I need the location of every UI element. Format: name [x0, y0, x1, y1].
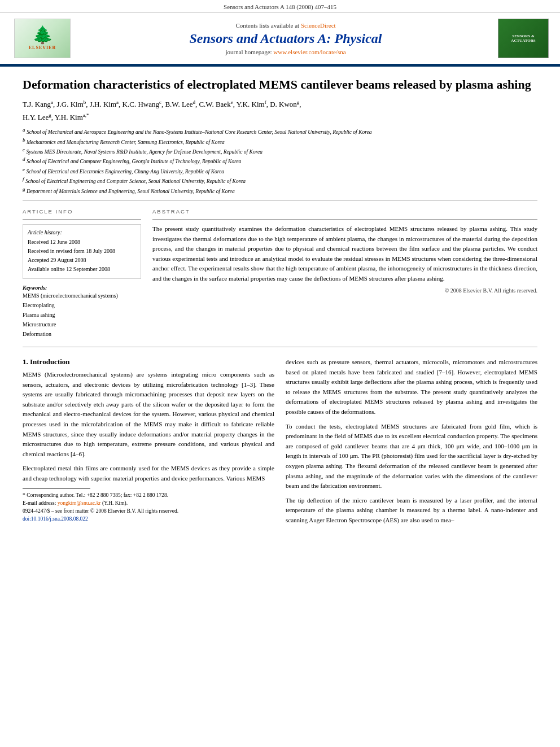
content-area: Deformation characteristics of electropl…: [0, 67, 560, 541]
affil-a: a School of Mechanical and Aerospace Eng…: [23, 126, 537, 136]
affil-f: f School of Electrical Engineering and C…: [23, 176, 537, 185]
abstract-divider: [152, 219, 537, 220]
footnote-issn: 0924-4247/$ – see front matter © 2008 El…: [23, 507, 274, 515]
copyright: © 2008 Elsevier B.V. All rights reserved…: [152, 287, 537, 294]
elsevier-label: ELSEVIER: [29, 45, 56, 50]
intro-text-left-2: Electroplated metal thin films are commo…: [23, 464, 274, 483]
article-info-divider: [23, 219, 141, 220]
info-abstract-cols: ARTICLE INFO Article history: Received 1…: [23, 208, 537, 339]
section-divider-top: [23, 200, 537, 200]
page: Sensors and Actuators A 148 (2008) 407–4…: [0, 0, 560, 747]
received-revised-date: Received in revised form 18 July 2008: [28, 247, 136, 256]
intro-text-right-2: To conduct the tests, electroplated MEMS…: [286, 422, 537, 491]
abstract-text: The present study quantitatively examine…: [152, 224, 537, 284]
keyword-5: Deformation: [23, 329, 141, 339]
keyword-2: Electroplating: [23, 300, 141, 310]
intro-text-right-3: The tip deflection of the micro cantilev…: [286, 496, 537, 526]
authors-line2: H.Y. Leeg, Y.H. Kima,*: [23, 112, 537, 123]
footnote-email-address[interactable]: yongkim@snu.ac.kr: [58, 500, 101, 506]
affiliations: a School of Mechanical and Aerospace Eng…: [23, 126, 537, 195]
affil-e: e School of Electrical and Electronics E…: [23, 166, 537, 176]
email-label: E-mail address:: [23, 500, 56, 506]
abstract-col: ABSTRACT The present study quantitativel…: [152, 208, 537, 339]
journal-title: Sensors and Actuators A: Physical: [79, 31, 492, 46]
affil-c: c Systems MES Directorate, Naval Systems…: [23, 146, 537, 156]
paper-title: Deformation characteristics of electropl…: [23, 77, 537, 93]
keyword-1: MEMS (microelectromechanical systems): [23, 291, 141, 300]
footnote-corresponding: * Corresponding author. Tel.: +82 2 880 …: [23, 491, 274, 499]
available-online-date: Available online 12 September 2008: [28, 265, 136, 274]
intro-col-right: devices such as pressure sensors, therma…: [286, 357, 537, 530]
tree-icon: 🌲: [32, 27, 53, 43]
elsevier-image: 🌲 ELSEVIER: [14, 19, 71, 58]
footnote-email-suffix: (Y.H. Kim).: [102, 500, 128, 506]
sensors-logo-text: SENSORS & ACTUATORS: [511, 34, 535, 43]
article-info-box: Article history: Received 12 June 2008 R…: [23, 224, 141, 279]
intro-text-left: MEMS (Microelectromechanical systems) ar…: [23, 370, 274, 459]
journal-homepage: journal homepage: www.elsevier.com/locat…: [79, 49, 492, 55]
journal-header: 🌲 ELSEVIER Contents lists available at S…: [0, 13, 560, 65]
journal-center: Contents lists available at ScienceDirec…: [73, 22, 498, 55]
keywords-label: Keywords:: [23, 285, 141, 291]
citation-text: Sensors and Actuators A 148 (2008) 407–4…: [224, 3, 336, 10]
affil-g: g Department of Materials Science and En…: [23, 186, 537, 195]
sensors-actuators-logo: SENSORS & ACTUATORS: [498, 19, 549, 58]
sciencedirect-line: Contents lists available at ScienceDirec…: [79, 22, 492, 29]
article-info-col: ARTICLE INFO Article history: Received 1…: [23, 208, 141, 339]
section-divider-mid: [23, 347, 537, 347]
affil-b: b Mechatronics and Manufacturing Researc…: [23, 137, 537, 146]
footnote-email: E-mail address: yongkim@snu.ac.kr (Y.H. …: [23, 499, 274, 507]
elsevier-logo: 🌲 ELSEVIER: [11, 19, 73, 58]
authors-line1: T.J. Kanga, J.G. Kimb, J.H. Kima, K.C. H…: [23, 99, 537, 110]
citation-bar: Sensors and Actuators A 148 (2008) 407–4…: [0, 0, 560, 13]
intro-col-left: 1. Introduction MEMS (Microelectromechan…: [23, 357, 274, 530]
accepted-date: Accepted 29 August 2008: [28, 256, 136, 265]
keyword-3: Plasma ashing: [23, 310, 141, 320]
article-info-label: ARTICLE INFO: [23, 208, 141, 215]
homepage-label: journal homepage:: [225, 49, 272, 55]
footnote-doi: doi:10.1016/j.sna.2008.08.022: [23, 515, 274, 523]
abstract-label: ABSTRACT: [152, 208, 537, 215]
intro-text-right-1: devices such as pressure sensors, therma…: [286, 357, 537, 417]
intro-heading: 1. Introduction: [23, 357, 274, 366]
affil-d: d School of Electrical and Computer Engi…: [23, 156, 537, 165]
sciencedirect-link-text[interactable]: ScienceDirect: [301, 22, 336, 29]
homepage-url[interactable]: www.elsevier.com/locate/sna: [273, 49, 345, 55]
footnote-divider: [23, 488, 90, 489]
keywords-box: Keywords: MEMS (microelectromechanical s…: [23, 285, 141, 339]
intro-section: 1. Introduction MEMS (Microelectromechan…: [23, 357, 537, 530]
keyword-4: Microstructure: [23, 320, 141, 329]
doi-text[interactable]: doi:10.1016/j.sna.2008.08.022: [23, 516, 88, 522]
received-date: Received 12 June 2008: [28, 238, 136, 247]
history-title: Article history:: [28, 229, 136, 235]
contents-label: Contents lists available at: [235, 22, 299, 29]
